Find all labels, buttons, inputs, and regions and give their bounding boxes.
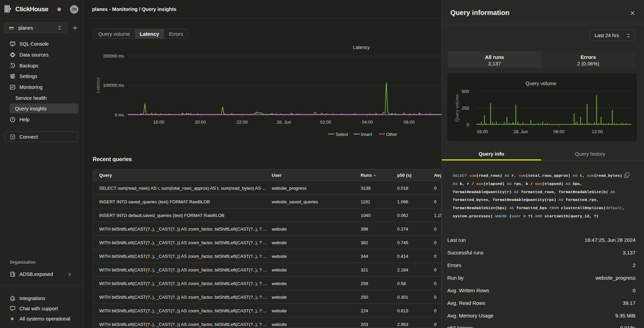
svg-text:0: 0 bbox=[467, 122, 469, 127]
svg-text:20:00: 20:00 bbox=[195, 120, 206, 125]
svg-text:100000 ms: 100000 ms bbox=[103, 83, 124, 88]
svg-text:18:00: 18:00 bbox=[153, 120, 164, 125]
svg-text:04:00: 04:00 bbox=[362, 120, 373, 125]
svg-text:02:00: 02:00 bbox=[320, 120, 331, 125]
svg-text:Latency: Latency bbox=[353, 45, 370, 50]
svg-text:?: ? bbox=[12, 118, 13, 121]
svg-text:Insert: Insert bbox=[361, 132, 372, 137]
svg-text:Query volume: Query volume bbox=[526, 81, 556, 86]
svg-text:12:00: 12:00 bbox=[592, 129, 603, 134]
svg-text:200000 ms: 200000 ms bbox=[103, 54, 124, 59]
svg-text:Query volume: Query volume bbox=[454, 94, 460, 122]
svg-text:18:00: 18:00 bbox=[477, 129, 488, 134]
svg-text:Select: Select bbox=[336, 132, 348, 137]
svg-text:22:00: 22:00 bbox=[237, 120, 248, 125]
svg-text:250: 250 bbox=[462, 106, 469, 111]
svg-text:Other: Other bbox=[386, 132, 397, 137]
svg-text:28. Jun: 28. Jun bbox=[513, 129, 528, 134]
svg-text:0 ms: 0 ms bbox=[115, 113, 124, 118]
svg-text:06:00: 06:00 bbox=[404, 120, 415, 125]
svg-text:Latency: Latency bbox=[95, 77, 101, 93]
svg-text:aws: aws bbox=[9, 26, 14, 29]
svg-text:500: 500 bbox=[462, 89, 469, 94]
svg-text:06:00: 06:00 bbox=[553, 129, 565, 134]
svg-text:28. Jun: 28. Jun bbox=[276, 120, 291, 125]
